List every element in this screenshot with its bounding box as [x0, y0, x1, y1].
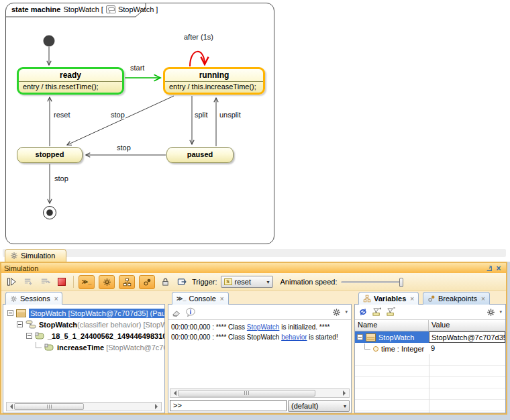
gear-icon[interactable]	[487, 308, 495, 317]
label-reset[interactable]: reset	[53, 111, 70, 119]
trigger-label: Trigger:	[192, 278, 217, 286]
initial-pseudostate[interactable]	[44, 36, 55, 47]
state-stopped-name: stopped	[36, 150, 64, 158]
log-link[interactable]: behavior	[281, 333, 307, 341]
final-state-inner	[46, 209, 53, 216]
scrollbar-thumb[interactable]	[178, 390, 315, 397]
chevron-down-icon[interactable]: ▾	[345, 309, 348, 315]
state-running[interactable]: running entry / this.increaseTime();	[163, 67, 265, 95]
run-button[interactable]	[5, 275, 18, 288]
info-icon[interactable]	[185, 307, 196, 317]
variables-body: StopWatch StopWatch@7c707d35 time : Inte…	[355, 331, 505, 413]
session-node-label: StopWatch [StopWatch@7c707d35] (Paused)	[29, 309, 164, 318]
console-toggle-button[interactable]: ≫_	[79, 275, 95, 289]
log-link[interactable]: StopWatch	[247, 323, 280, 331]
slider-thumb[interactable]	[399, 278, 403, 287]
console-language-select[interactable]: (default) ▾	[288, 400, 350, 412]
window-right-strip	[507, 262, 510, 415]
open-diagram-button[interactable]	[175, 275, 189, 288]
breakpoints-icon	[427, 295, 436, 303]
console-toolbar: ▾	[168, 305, 351, 320]
collapse-icon[interactable]	[17, 321, 23, 327]
gear-icon[interactable]	[332, 308, 341, 317]
refresh-icon[interactable]	[358, 307, 368, 317]
close-icon[interactable]: ×	[481, 295, 485, 303]
sessions-panel: StopWatch [StopWatch@7c707d35] (Paused) …	[3, 304, 165, 413]
close-icon[interactable]: ×	[410, 295, 414, 303]
variable-name-cell[interactable]: StopWatch	[355, 331, 429, 343]
scroll-left-arrow[interactable]	[7, 404, 13, 409]
close-icon[interactable]: ×	[494, 264, 503, 272]
variable-value-cell[interactable]: 9	[429, 343, 505, 354]
state-machine-icon	[26, 320, 36, 329]
close-icon[interactable]: ×	[220, 295, 224, 303]
tab-console[interactable]: ≫_ Console ×	[172, 292, 229, 305]
scroll-right-arrow[interactable]	[343, 390, 348, 396]
state-paused[interactable]: paused	[166, 147, 234, 163]
session-node-root[interactable]: StopWatch [StopWatch@7c707d35] (Paused)	[3, 307, 164, 319]
label-stop-running[interactable]: stop	[110, 111, 125, 119]
console-hscrollbar[interactable]	[170, 388, 350, 398]
scroll-left-arrow[interactable]	[171, 390, 176, 396]
remove-watch-icon[interactable]	[386, 307, 396, 317]
state-running-entry: entry / this.increaseTime();	[165, 81, 263, 91]
console-command-input[interactable]: >>	[170, 400, 287, 411]
variables-header: Name Value	[355, 320, 505, 331]
variables-toggle-button[interactable]	[119, 275, 135, 289]
scrollbar-thumb[interactable]	[14, 403, 84, 410]
add-watch-icon[interactable]	[372, 307, 382, 317]
label-start[interactable]: start	[130, 64, 145, 72]
log-text: is initialized. ****	[279, 323, 329, 331]
session-node-behavior[interactable]: StopWatch (classifier behavior) [StopWat…	[3, 319, 164, 330]
tab-sessions[interactable]: Sessions ×	[5, 292, 62, 305]
instance-icon	[366, 333, 376, 342]
chevron-down-icon[interactable]: ▾	[499, 309, 502, 315]
options-toggle-button[interactable]	[99, 275, 115, 289]
session-node-increasetime[interactable]: increaseTime [StopWatch@7c707d35]	[3, 342, 164, 353]
breakpoints-icon	[143, 278, 152, 286]
state-stopped[interactable]: stopped	[17, 147, 83, 163]
collapse-icon[interactable]	[7, 310, 13, 316]
animation-speed-slider[interactable]	[341, 281, 403, 283]
gear-icon	[10, 295, 17, 303]
collapse-icon[interactable]	[26, 333, 32, 339]
terminate-button[interactable]	[55, 275, 68, 288]
close-icon[interactable]: ×	[54, 295, 58, 303]
label-stop-final[interactable]: stop	[54, 174, 69, 182]
variable-name-cell[interactable]: time : Integer	[355, 343, 429, 354]
label-split[interactable]: split	[194, 111, 209, 119]
column-value[interactable]: Value	[429, 320, 505, 331]
breakpoints-toggle-button[interactable]	[139, 275, 155, 289]
clear-console-icon[interactable]	[172, 308, 181, 317]
table-row[interactable]: time : Integer 9	[355, 343, 505, 354]
state-running-name: running	[165, 69, 263, 81]
tab-variables[interactable]: Variables ×	[358, 292, 419, 305]
float-window-icon[interactable]	[484, 264, 494, 272]
label-unsplit[interactable]: unsplit	[219, 111, 242, 119]
variables-table: Name Value StopWatch StopWatch@7c707d35	[355, 320, 505, 413]
frame-header: state machine StopWatch [ StopWatch ]	[11, 5, 158, 13]
log-text: 00:00:00,000 : **** Class	[171, 323, 247, 331]
trigger-select[interactable]: S reset ▾	[221, 276, 273, 288]
sessions-hscrollbar[interactable]	[6, 402, 162, 411]
tab-breakpoints[interactable]: Breakpoints ×	[423, 292, 490, 305]
state-ready[interactable]: ready entry / this.resetTime();	[17, 67, 124, 95]
tab-simulation[interactable]: Simulation	[5, 249, 66, 262]
tree-connector	[364, 344, 370, 350]
variable-value-cell[interactable]: StopWatch@7c707d35	[429, 331, 505, 343]
step-over-button[interactable]	[38, 275, 52, 288]
table-row[interactable]: StopWatch StopWatch@7c707d35	[355, 331, 505, 343]
lock-button[interactable]	[158, 275, 172, 288]
session-node-activity[interactable]: _18_5_1_24400562_1494464983105	[3, 330, 164, 342]
session-node-detail: (classifier behavior) [StopWatch@7c707d3…	[77, 321, 164, 329]
simulation-titlebar: Simulation ×	[1, 263, 506, 273]
step-into-button[interactable]	[21, 275, 35, 288]
magicdraw-workspace: state machine StopWatch [ StopWatch ] re…	[0, 0, 510, 420]
column-name[interactable]: Name	[355, 320, 429, 331]
scroll-right-arrow[interactable]	[155, 404, 160, 409]
console-input-row: >> (default) ▾	[168, 399, 351, 413]
console-icon: ≫_	[176, 295, 186, 302]
label-after-1s[interactable]: after (1s)	[183, 33, 214, 41]
label-stop-paused[interactable]: stop	[116, 144, 132, 152]
collapse-icon[interactable]	[357, 334, 363, 340]
